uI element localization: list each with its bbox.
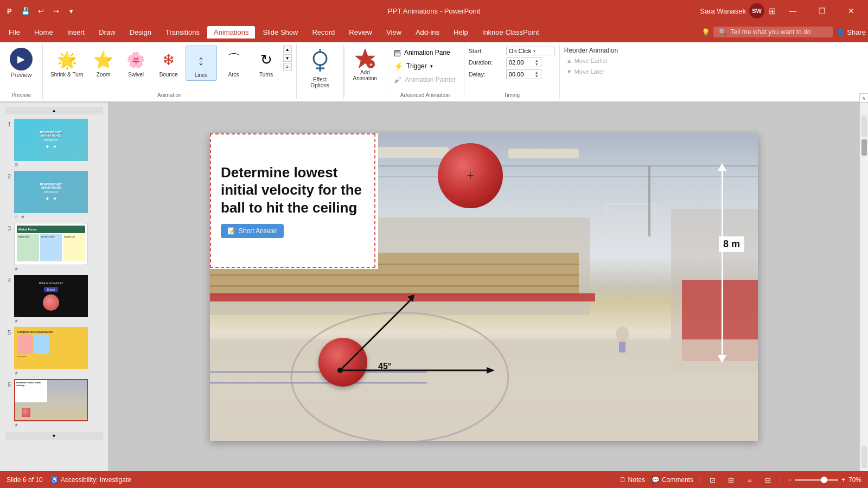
reading-view-button[interactable]: ≡: [744, 474, 756, 486]
comments-button[interactable]: 💬 Comments: [652, 476, 693, 484]
scroll-up-arrow[interactable]: ▲: [283, 46, 292, 53]
slide-sorter-button[interactable]: ⊞: [725, 474, 737, 486]
slide-canvas[interactable]: Determine lowest initial velocity for th…: [210, 133, 758, 441]
anim-bounce[interactable]: ❄ Bounce: [153, 46, 184, 80]
menu-file[interactable]: File: [2, 26, 27, 38]
redo-button[interactable]: ↪: [50, 5, 62, 17]
ribbon-expand-button[interactable]: ∧: [859, 93, 868, 102]
timing-delay-input[interactable]: 00.00 ▲ ▼: [506, 69, 541, 79]
svg-rect-19: [210, 293, 595, 301]
slide-5-people: [17, 335, 85, 354]
menu-animations[interactable]: Animations: [207, 26, 255, 38]
slide-4-content: What is to be done? Button: [15, 276, 87, 316]
display-settings-icon[interactable]: ⊞: [769, 6, 776, 16]
slide-panel-scroll-down[interactable]: ▼: [3, 432, 105, 440]
minimize-button[interactable]: —: [780, 0, 805, 22]
delay-up-arrow[interactable]: ▲: [535, 70, 539, 74]
menu-design[interactable]: Design: [123, 26, 158, 38]
slide-3-meta: ★: [14, 266, 88, 272]
undo-button[interactable]: ↩: [35, 5, 47, 17]
timing-duration-input[interactable]: 02.00 ▲ ▼: [506, 57, 541, 67]
move-earlier-label: Move Earlier: [575, 57, 608, 64]
menu-addins[interactable]: Add-ins: [409, 26, 446, 38]
slide-item-1[interactable]: 1 POWERPOINTANIMATIONS Introduction ✦ ✦ …: [3, 119, 105, 168]
slide-5-content: Complete the Conversation • Student: [15, 328, 87, 368]
slide-item-2[interactable]: 2 POWERPOINTANIMATIONS Introduction ✦ ✦ …: [3, 171, 105, 220]
short-answer-button[interactable]: 📝 Short Answer: [221, 224, 284, 238]
menu-help[interactable]: Help: [447, 26, 475, 38]
restore-button[interactable]: ❐: [809, 0, 834, 22]
slide-item-5[interactable]: 5 Complete the Conversation • Student ★: [3, 327, 105, 376]
menu-review[interactable]: Review: [342, 26, 379, 38]
scroll-down-arrow[interactable]: ▼: [283, 54, 292, 62]
anim-arcs[interactable]: ⌒ Arcs: [218, 46, 250, 80]
slide-thumbnail-2[interactable]: POWERPOINTANIMATIONS Introduction ✦ ✦: [14, 171, 88, 213]
menu-inknoe[interactable]: Inknoe ClassPoint: [476, 26, 546, 38]
zoom-slider[interactable]: [795, 479, 838, 481]
advanced-animation-group-label: Advanced Animation: [391, 91, 459, 98]
slide-thumbnail-4[interactable]: What is to be done? Button: [14, 275, 88, 317]
presenter-view-button[interactable]: ⊟: [762, 474, 774, 486]
timing-start-select[interactable]: On Click ▾: [506, 47, 555, 55]
titlebar-right: Sara Wanasek SW ⊞ — ❐ ✕: [700, 0, 864, 22]
menu-insert[interactable]: Insert: [61, 26, 92, 38]
share-button[interactable]: 👤 Share: [836, 28, 866, 36]
slide-panel-scroll-up[interactable]: ▲: [3, 107, 105, 114]
reorder-title: Reorder Animation: [564, 47, 618, 54]
timing-duration-label: Duration:: [469, 59, 504, 66]
zoom-out-button[interactable]: −: [788, 476, 792, 484]
normal-view-button[interactable]: ⊡: [707, 474, 719, 486]
slide-item-6[interactable]: 6 Determine lowest initial velocity... ★: [3, 379, 105, 428]
menu-draw[interactable]: Draw: [92, 26, 122, 38]
menu-view[interactable]: View: [380, 26, 408, 38]
quick-access-more[interactable]: ▾: [65, 5, 77, 17]
slide-thumbnail-1[interactable]: POWERPOINTANIMATIONS Introduction ✦ ✦: [14, 119, 88, 161]
slide-3-star: ★: [14, 266, 18, 272]
anim-turns[interactable]: ↻ Turns: [251, 46, 282, 80]
menu-slideshow[interactable]: Slide Show: [256, 26, 304, 38]
anim-swivel[interactable]: 🌸 Swivel: [120, 46, 152, 80]
slide-title: Determine lowest initial velocity for th…: [221, 164, 367, 217]
timing-group-label: Timing: [469, 91, 555, 98]
lightbulb-icon[interactable]: 💡: [701, 28, 710, 36]
notes-button[interactable]: 🗒 Notes: [620, 476, 645, 484]
animation-painter-button[interactable]: 🖌 Animation Painter: [391, 74, 459, 86]
ribbon-wrapper: ▶ Preview Preview 🌟 Shrink & Turn ⭐ Zoom…: [0, 42, 868, 102]
scroll-handle[interactable]: [861, 139, 867, 156]
scroll-more-arrow[interactable]: ≡: [283, 63, 292, 70]
close-button[interactable]: ✕: [839, 0, 864, 22]
accessibility-button[interactable]: ♿ Accessibility: Investigate: [50, 476, 131, 484]
slide-scroll-up-btn[interactable]: ▲: [5, 107, 103, 114]
anim-zoom[interactable]: ⭐ Zoom: [88, 46, 119, 80]
menu-transitions[interactable]: Transitions: [159, 26, 206, 38]
short-answer-icon: 📝: [227, 227, 235, 235]
animation-pane-button[interactable]: ▤ Animation Pane: [391, 47, 459, 59]
menu-home[interactable]: Home: [28, 26, 60, 38]
preview-button[interactable]: ▶ Preview: [4, 46, 38, 80]
save-button[interactable]: 💾: [20, 5, 31, 17]
effect-options-button[interactable]: EffectOptions: [301, 46, 339, 92]
zoom-in-button[interactable]: +: [841, 476, 845, 484]
search-box[interactable]: 🔍: [713, 27, 833, 37]
slide-item-3[interactable]: 3 Market Forces Supply Side Demand Side …: [3, 223, 105, 272]
add-animation-button[interactable]: + AddAnimation: [349, 46, 381, 84]
svg-rect-17: [210, 274, 579, 276]
search-input[interactable]: [730, 28, 817, 36]
menu-record[interactable]: Record: [305, 26, 341, 38]
slide-item-4[interactable]: 4 What is to be done? Button ★: [3, 275, 105, 324]
anim-shrink-turn[interactable]: 🌟 Shrink & Turn: [47, 46, 87, 80]
delay-down-arrow[interactable]: ▼: [535, 74, 539, 78]
slide-thumbnail-6[interactable]: Determine lowest initial velocity...: [14, 379, 88, 421]
slide-scroll-down-btn[interactable]: ▼: [5, 432, 103, 440]
slide-thumbnail-5[interactable]: Complete the Conversation • Student: [14, 327, 88, 369]
timing-start-dropdown-icon: ▾: [533, 49, 535, 54]
slide-thumbnail-3[interactable]: Market Forces Supply Side Demand Side Eq…: [14, 223, 88, 265]
timing-start-label: Start:: [469, 48, 504, 54]
trigger-button[interactable]: ⚡ Trigger ▾: [391, 60, 459, 72]
animation-scroll-arrows: ▲ ▼ ≡: [283, 46, 292, 70]
duration-down-arrow[interactable]: ▼: [535, 62, 539, 66]
duration-up-arrow[interactable]: ▲: [535, 59, 539, 62]
anim-lines[interactable]: ↕ Lines: [186, 46, 217, 81]
window-title: PPT Animations - PowerPoint: [388, 7, 480, 15]
share-label: Share: [847, 28, 866, 36]
